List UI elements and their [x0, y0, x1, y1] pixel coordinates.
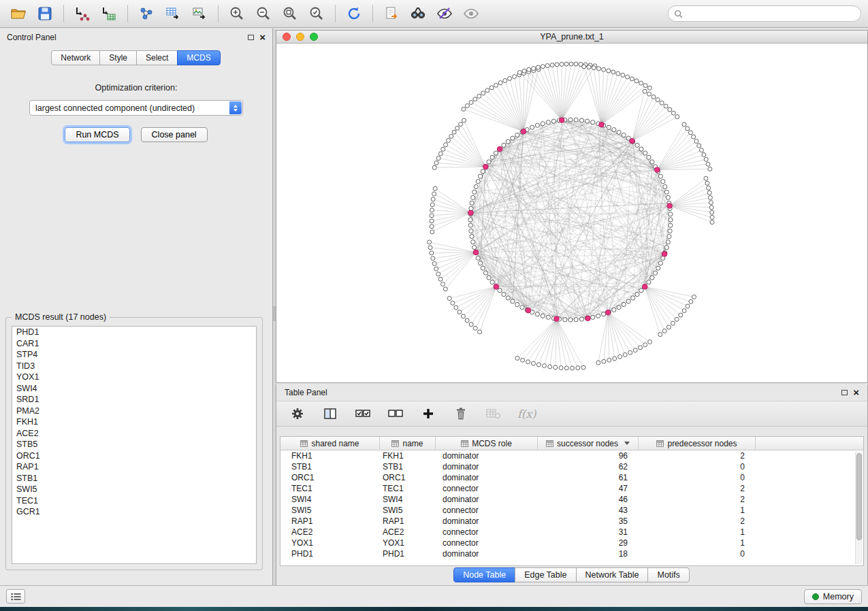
table-row[interactable]: PHD1PHD1dominator180	[280, 548, 863, 559]
mcds-result-groupbox: MCDS result (17 nodes) PHD1CAR1STP4TID3Y…	[5, 317, 263, 570]
result-item[interactable]: SWI4	[12, 383, 256, 395]
hide-selected-button[interactable]	[433, 3, 456, 24]
import-table-button[interactable]	[97, 3, 120, 24]
table-cell: 62	[538, 462, 639, 472]
zoom-out-button[interactable]	[252, 3, 275, 24]
close-panel-icon[interactable]: ×	[853, 389, 859, 396]
show-columns-button[interactable]	[321, 405, 339, 423]
select-all-button[interactable]	[354, 405, 372, 423]
network-graph[interactable]	[276, 44, 867, 383]
tab-select[interactable]: Select	[136, 50, 178, 65]
table-row[interactable]: SWI4SWI4dominator462	[280, 494, 863, 505]
table-row[interactable]: RAP1RAP1dominator352	[280, 516, 863, 527]
result-item[interactable]: GCR1	[12, 506, 256, 518]
export-image-button[interactable]	[188, 3, 211, 24]
optimization-criterion-select[interactable]: largest connected component (undirected)	[29, 100, 243, 116]
table-row[interactable]: TEC1TEC1connector472	[280, 483, 863, 494]
table-scrollbar[interactable]	[855, 452, 863, 564]
result-item[interactable]: ORC1	[12, 450, 256, 462]
zoom-in-button[interactable]	[225, 3, 248, 24]
status-menu-button[interactable]	[6, 589, 25, 604]
search-network-icon	[409, 5, 427, 22]
table-cell: FKH1	[280, 451, 380, 461]
column-header-shared-name[interactable]: shared name	[280, 437, 380, 450]
delete-column-button[interactable]	[452, 405, 470, 423]
table-cell: SWI5	[280, 506, 380, 515]
table-cell: 29	[538, 538, 639, 548]
gear-icon	[291, 407, 304, 420]
zoom-selected-button[interactable]	[305, 3, 328, 24]
table-row[interactable]: STB1STB1dominator620	[280, 461, 863, 472]
search-network-button[interactable]	[406, 3, 430, 24]
refresh-view-button[interactable]	[342, 3, 366, 24]
select-all-icon	[355, 408, 370, 420]
table-row[interactable]: SWI5SWI5connector431	[280, 505, 863, 516]
network-titlebar[interactable]: YPA_prune.txt_1	[276, 31, 867, 44]
add-column-button[interactable]	[419, 405, 437, 423]
close-panel-button[interactable]: Close panel	[141, 127, 208, 142]
column-header-MCDS-role[interactable]: MCDS role	[436, 437, 538, 450]
zoom-fit-button[interactable]	[278, 3, 302, 24]
window-minimize-icon[interactable]	[296, 33, 304, 41]
result-item[interactable]: TID3	[12, 361, 256, 372]
result-item[interactable]: SWI5	[12, 484, 256, 495]
result-item[interactable]: STB1	[12, 473, 256, 484]
float-panel-icon[interactable]	[841, 390, 848, 395]
table-row[interactable]: ACE2ACE2connector311	[280, 527, 863, 538]
result-item[interactable]: TEC1	[12, 495, 256, 507]
tab-style[interactable]: Style	[99, 50, 137, 65]
zoom-fit-icon	[282, 5, 298, 22]
result-item[interactable]: PHD1	[12, 327, 256, 338]
open-file-icon	[10, 5, 27, 22]
table-row[interactable]: ORC1ORC1dominator610	[280, 472, 863, 483]
column-header-name[interactable]: name	[380, 437, 436, 450]
memory-status-icon	[812, 593, 819, 600]
table-row[interactable]: FKH1FKH1dominator962	[280, 450, 863, 461]
result-item[interactable]: STB5	[12, 439, 256, 450]
result-item[interactable]: ACE2	[12, 428, 256, 440]
zoom-selected-icon	[308, 5, 325, 22]
deselect-all-button[interactable]	[387, 405, 404, 423]
tab-network-table[interactable]: Network Table	[576, 567, 649, 582]
search-input[interactable]	[686, 9, 855, 18]
window-maximize-icon[interactable]	[310, 33, 318, 41]
result-item[interactable]: RAP1	[12, 461, 256, 473]
tab-node-table[interactable]: Node Table	[453, 567, 515, 582]
column-type-icon	[461, 440, 468, 447]
result-item[interactable]: YOX1	[12, 371, 256, 383]
tab-network[interactable]: Network	[51, 50, 100, 65]
column-header-predecessor-nodes[interactable]: predecessor nodes	[639, 437, 756, 450]
result-item[interactable]: STP4	[12, 349, 256, 361]
result-item[interactable]: FKH1	[12, 416, 256, 428]
open-file-button[interactable]	[7, 3, 30, 24]
save-session-button[interactable]	[33, 3, 57, 24]
network-canvas[interactable]	[276, 44, 867, 382]
table-cell: TEC1	[280, 484, 380, 493]
tab-edge-table[interactable]: Edge Table	[515, 567, 576, 582]
memory-button[interactable]: Memory	[804, 589, 862, 604]
table-settings-button[interactable]	[289, 405, 306, 423]
run-mcds-button[interactable]: Run MCDS	[65, 127, 129, 142]
show-all-button[interactable]	[460, 3, 483, 24]
table-row[interactable]: YOX1YOX1connector291	[280, 538, 863, 548]
global-search-field[interactable]	[668, 5, 861, 22]
float-panel-icon[interactable]	[248, 35, 254, 40]
share-document-button[interactable]	[380, 3, 403, 24]
share-document-icon	[383, 5, 400, 22]
result-item[interactable]: PMA2	[12, 406, 256, 417]
close-panel-icon[interactable]: ×	[259, 34, 266, 41]
table-cell: PHD1	[280, 549, 380, 559]
result-item[interactable]: SRD1	[12, 394, 256, 406]
new-network-button[interactable]	[135, 3, 158, 24]
table-cell: 96	[538, 451, 639, 461]
table-scrollbar-thumb[interactable]	[856, 453, 862, 540]
window-close-icon[interactable]	[283, 33, 291, 41]
export-table-button[interactable]	[161, 3, 184, 24]
refresh-view-icon	[346, 5, 362, 22]
result-item[interactable]: CAR1	[12, 338, 256, 350]
tab-mcds[interactable]: MCDS	[177, 50, 220, 65]
column-header-successor-nodes[interactable]: successor nodes	[538, 437, 639, 450]
table-cell: 61	[538, 473, 639, 482]
tab-motifs[interactable]: Motifs	[647, 567, 689, 582]
import-network-button[interactable]	[71, 3, 94, 24]
